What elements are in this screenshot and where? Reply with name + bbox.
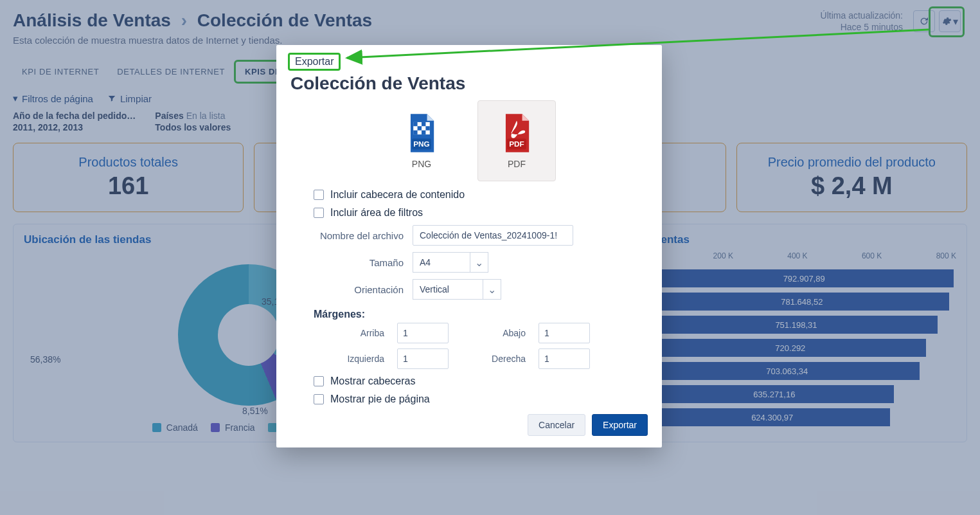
margins-title: Márgenes:	[314, 309, 648, 320]
checkbox-icon	[314, 376, 324, 386]
export-menu-item-highlight[interactable]: Exportar	[288, 53, 341, 71]
checkbox-show-footer[interactable]: Mostrar pie de página	[314, 393, 648, 405]
orientation-label: Orientación	[290, 284, 413, 295]
format-caption: PDF	[508, 159, 526, 169]
checkbox-include-header[interactable]: Incluir cabecera de contenido	[314, 189, 648, 201]
svg-text:PDF: PDF	[509, 140, 524, 148]
margin-top-input[interactable]	[397, 323, 449, 343]
margin-top-label: Arriba	[314, 328, 384, 338]
svg-text:PNG: PNG	[413, 140, 429, 148]
format-caption: PNG	[412, 159, 431, 169]
chevron-down-icon: ⌄	[475, 257, 483, 269]
margin-left-input[interactable]	[397, 348, 449, 369]
orientation-select[interactable]: Vertical ⌄	[413, 279, 501, 300]
size-select[interactable]: A4 ⌄	[413, 252, 488, 273]
filename-label: Nombre del archivo	[290, 230, 413, 241]
modal-title: Colección de Ventas	[290, 73, 648, 94]
margin-left-label: Izquierda	[314, 354, 384, 364]
checkbox-icon	[314, 208, 324, 218]
format-option-png[interactable]: PNG PNG	[382, 100, 461, 181]
png-file-icon: PNG	[405, 113, 438, 154]
export-modal: Exportar Colección de Ventas PNG PNG PDF…	[276, 45, 662, 447]
margin-right-label: Derecha	[461, 354, 526, 364]
margin-right-input[interactable]	[539, 348, 590, 369]
chevron-down-icon: ⌄	[488, 284, 496, 296]
format-option-pdf[interactable]: PDF PDF	[477, 100, 556, 181]
cancel-button[interactable]: Cancelar	[528, 414, 585, 436]
checkbox-icon	[314, 190, 324, 200]
filename-input[interactable]	[413, 225, 573, 246]
checkbox-include-filters[interactable]: Incluir área de filtros	[314, 207, 648, 219]
checkbox-icon	[314, 394, 324, 404]
margin-bottom-input[interactable]	[539, 323, 590, 343]
pdf-file-icon: PDF	[500, 113, 533, 154]
size-label: Tamaño	[290, 257, 413, 268]
checkbox-show-headers[interactable]: Mostrar cabeceras	[314, 375, 648, 387]
export-button[interactable]: Exportar	[592, 414, 648, 436]
margin-bottom-label: Abajo	[461, 328, 526, 338]
